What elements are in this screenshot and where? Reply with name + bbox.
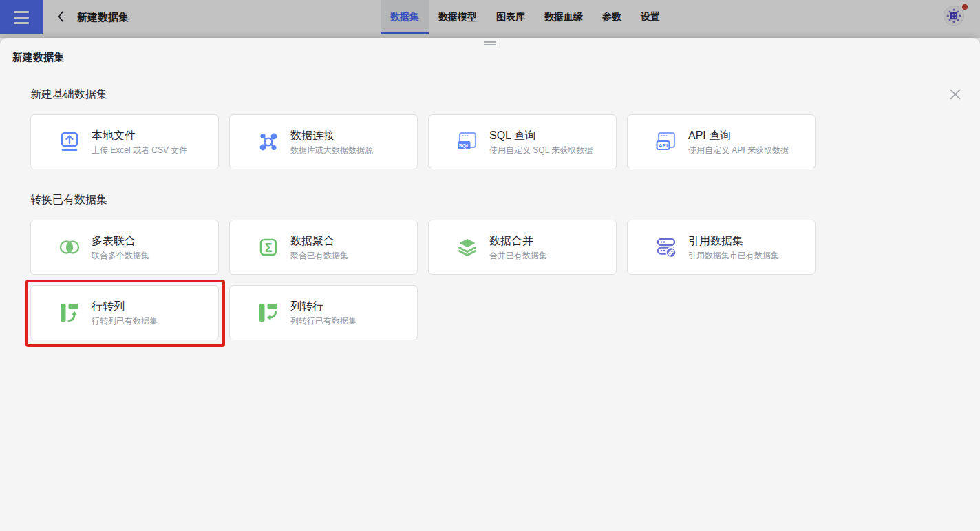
api-query-icon: API (655, 131, 677, 153)
card-multi-table-join[interactable]: 多表联合 联合多个数据集 (30, 220, 219, 275)
basic-dataset-cards: 本地文件 上传 Excel 或者 CSV 文件 数据连接 数据库或大数据数据源 (30, 114, 816, 169)
data-aggregate-icon: Σ (257, 236, 279, 258)
rows-to-columns-icon (58, 302, 81, 324)
data-connection-icon (257, 131, 279, 153)
svg-text:Σ: Σ (264, 241, 273, 255)
reference-dataset-icon (655, 236, 677, 258)
card-subtitle: 数据库或大数据数据源 (290, 145, 373, 156)
card-title: 数据连接 (290, 128, 373, 143)
card-local-file[interactable]: 本地文件 上传 Excel 或者 CSV 文件 (30, 114, 219, 169)
card-subtitle: 列转行已有数据集 (290, 315, 356, 327)
data-merge-icon (456, 236, 478, 258)
new-dataset-modal: 新建数据集 新建基础数据集 本地文件 上传 Excel 或者 CSV 文件 (0, 38, 980, 531)
card-title: 多表联合 (92, 233, 149, 249)
card-api-query[interactable]: API API 查询 使用自定义 API 来获取数据 (627, 114, 816, 169)
multi-table-join-icon (58, 236, 81, 258)
card-title: 数据聚合 (290, 233, 348, 249)
card-title: 数据合并 (489, 233, 547, 249)
card-title: SQL 查询 (489, 128, 593, 143)
card-data-aggregate[interactable]: Σ 数据聚合 聚合已有数据集 (229, 220, 418, 275)
card-title: 列转行 (290, 299, 356, 314)
close-icon (948, 87, 962, 101)
api-badge-label: API (659, 143, 668, 149)
card-subtitle: 合并已有数据集 (489, 250, 547, 262)
upload-file-icon (58, 131, 81, 153)
close-button[interactable] (948, 87, 963, 103)
card-data-merge[interactable]: 数据合并 合并已有数据集 (428, 220, 617, 275)
drag-handle[interactable] (484, 41, 496, 45)
card-subtitle: 使用自定义 SQL 来获取数据 (489, 145, 593, 156)
card-sql-query[interactable]: SQL SQL 查询 使用自定义 SQL 来获取数据 (428, 114, 617, 169)
card-subtitle: 使用自定义 API 来获取数据 (688, 145, 789, 156)
card-subtitle: 引用数据集市已有数据集 (688, 250, 779, 262)
card-title: API 查询 (688, 128, 789, 143)
modal-title: 新建数据集 (12, 51, 980, 64)
columns-to-rows-icon (257, 302, 279, 324)
card-data-connection[interactable]: 数据连接 数据库或大数据数据源 (229, 114, 418, 169)
card-title: 行转列 (92, 299, 158, 314)
sql-query-icon: SQL (456, 131, 478, 153)
card-subtitle: 联合多个数据集 (92, 250, 149, 262)
card-reference-dataset[interactable]: 引用数据集 引用数据集市已有数据集 (627, 220, 816, 275)
card-subtitle: 行转列已有数据集 (92, 315, 158, 327)
card-title: 引用数据集 (688, 233, 779, 249)
card-rows-to-columns[interactable]: 行转列 行转列已有数据集 (30, 285, 219, 340)
sql-badge-label: SQL (458, 143, 470, 149)
card-subtitle: 聚合已有数据集 (290, 250, 348, 262)
section-title-transform: 转换已有数据集 (30, 193, 980, 207)
card-columns-to-rows[interactable]: 列转行 列转行已有数据集 (229, 285, 418, 340)
card-title: 本地文件 (92, 128, 187, 143)
section-title-basic: 新建基础数据集 (30, 87, 980, 102)
modal-dim-overlay (0, 0, 980, 38)
card-subtitle: 上传 Excel 或者 CSV 文件 (92, 145, 187, 156)
transform-dataset-cards: 多表联合 联合多个数据集 Σ 数据聚合 聚合已有数据集 数据合并 合并已有数 (30, 220, 816, 340)
